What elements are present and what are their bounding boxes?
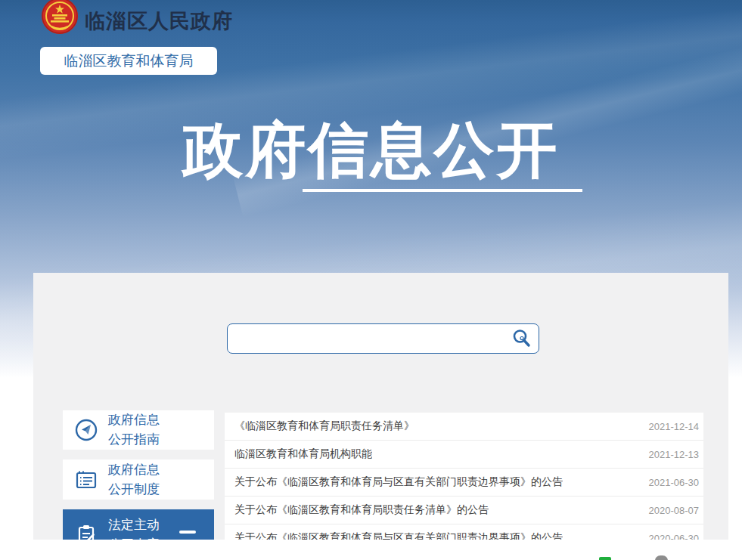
article-date: 2021-12-14 (649, 421, 700, 432)
department-button[interactable]: 临淄区教育和体育局 (40, 47, 217, 75)
document-icon (73, 467, 99, 493)
search-bar (227, 323, 539, 354)
article-date: 2021-06-30 (649, 477, 700, 488)
collapse-minus-icon[interactable] (179, 531, 196, 534)
article-link[interactable]: 关于公布《临淄区教育和体育局职责任务清单》的公告 (234, 503, 489, 517)
compass-icon (73, 417, 99, 443)
article-date: 2021-12-13 (649, 449, 700, 460)
title-underline (303, 189, 582, 192)
search-button[interactable] (504, 324, 539, 353)
article-row[interactable]: 关于公布《临淄区教育和体育局与区直有关部门职责边界事项》的公告 2021-06-… (225, 469, 703, 497)
sidebar-item-label: 政府信息 公开制度 (108, 460, 160, 500)
sidebar-item-system[interactable]: 政府信息 公开制度 (63, 459, 214, 500)
article-list: 《临淄区教育和体育局职责任务清单》 2021-12-14 临淄区教育和体育局机构… (225, 413, 703, 552)
footer-band (33, 540, 728, 560)
sidebar-item-guide[interactable]: 政府信息 公开指南 (63, 410, 214, 450)
article-row[interactable]: 《临淄区教育和体育局职责任务清单》 2021-12-14 (225, 413, 703, 441)
search-input[interactable] (228, 324, 504, 353)
sidebar-item-label: 政府信息 公开指南 (108, 410, 160, 450)
article-link[interactable]: 关于公布《临淄区教育和体育局与区直有关部门职责边界事项》的公告 (234, 475, 563, 489)
article-link[interactable]: 《临淄区教育和体育局职责任务清单》 (234, 419, 414, 433)
page: 临淄区人民政府 临淄区教育和体育局 政府信息公开 (0, 0, 742, 560)
wechat-icon[interactable] (599, 557, 611, 560)
article-row[interactable]: 关于公布《临淄区教育和体育局职责任务清单》的公告 2020-08-07 (225, 497, 703, 524)
search-icon (511, 328, 531, 350)
page-title: 政府信息公开 (0, 110, 742, 192)
article-date: 2020-08-07 (649, 505, 700, 516)
national-emblem-icon (41, 0, 79, 39)
share-icon[interactable] (655, 555, 668, 560)
gov-site-title[interactable]: 临淄区人民政府 (85, 8, 233, 35)
article-link[interactable]: 临淄区教育和体育局机构职能 (234, 447, 372, 461)
article-row[interactable]: 临淄区教育和体育局机构职能 2021-12-13 (225, 441, 703, 469)
